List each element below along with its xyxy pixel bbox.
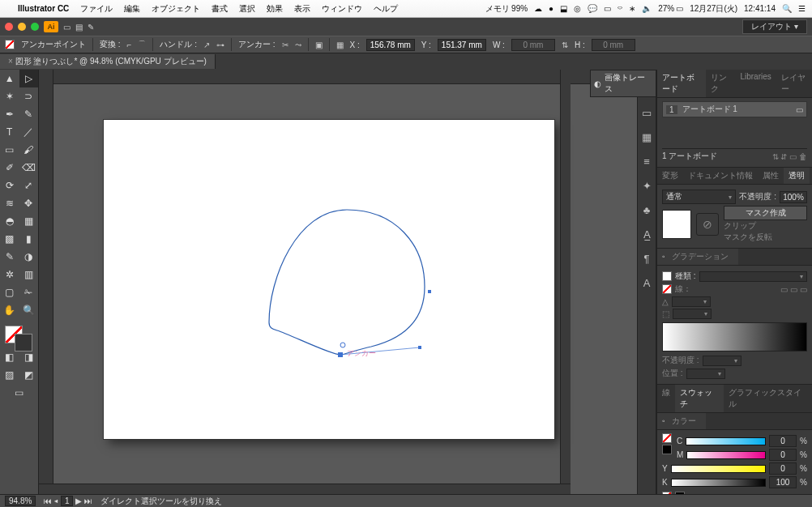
gradient-ramp[interactable] [662, 322, 807, 351]
menubar-time[interactable]: 12:41:14 [744, 4, 776, 13]
magenta-field[interactable]: 0 [769, 449, 797, 461]
canvas-area[interactable]: アンカー [39, 70, 637, 494]
selection-tool[interactable]: ▲ [0, 70, 19, 87]
width-tool[interactable]: ≋ [0, 194, 19, 212]
slice-tool[interactable]: ✁ [19, 283, 39, 301]
panel-icon[interactable]: ♣ [643, 204, 651, 219]
stop-opacity-field[interactable] [703, 356, 741, 366]
dropbox-icon[interactable]: ⬓ [560, 4, 567, 13]
isolate-icon[interactable]: ▣ [315, 40, 323, 49]
menu-type[interactable]: 書式 [212, 3, 228, 15]
tab-libraries[interactable]: Libraries [735, 70, 776, 97]
menu-file[interactable]: ファイル [80, 3, 113, 15]
artboard-options-icon[interactable]: ▭ [796, 105, 803, 114]
shaper-tool[interactable]: ✐ [0, 159, 19, 177]
cyan-slider[interactable] [686, 437, 766, 445]
blend-tool[interactable]: ◑ [19, 248, 39, 266]
type-tool[interactable]: T [0, 123, 19, 141]
h-field[interactable]: 0 mm [592, 39, 635, 51]
artboard-list-row[interactable]: 1 アートボード 1 ▭ [662, 101, 807, 117]
topbar-icon[interactable]: ▭ [63, 23, 71, 32]
fill-stroke-swatch[interactable] [0, 319, 38, 348]
aspect-field[interactable] [673, 309, 712, 319]
convert-corner-icon[interactable]: ⌐ [127, 40, 132, 49]
menu-window[interactable]: ウィンドウ [322, 3, 362, 15]
line-icon[interactable]: 💬 [588, 4, 597, 13]
battery-indicator[interactable]: 27% ▭ [658, 4, 683, 13]
panel-icon[interactable]: ▭ [642, 107, 652, 121]
app-name[interactable]: Illustrator CC [18, 4, 69, 13]
artboard[interactable]: アンカー [104, 120, 554, 439]
shape-builder-tool[interactable]: ◓ [0, 212, 19, 230]
zoom-field[interactable]: 94.8% [5, 496, 36, 506]
stop-position-field[interactable] [686, 369, 725, 379]
menu-edit[interactable]: 編集 [124, 3, 140, 15]
panel-icon[interactable]: A̲ [643, 228, 651, 243]
magenta-slider[interactable] [686, 451, 766, 459]
path-shape[interactable] [266, 209, 444, 371]
search-icon[interactable]: 🔍 [782, 4, 792, 13]
gradient-swatch[interactable] [662, 271, 672, 281]
tab-transparency[interactable]: 透明 [784, 168, 810, 184]
panel-icon[interactable]: ¶ [644, 253, 650, 267]
x-field[interactable]: 156.78 mm [366, 39, 415, 51]
tab-swatches[interactable]: スウォッチ [675, 385, 724, 412]
tab-transform[interactable]: 変形 [657, 168, 683, 184]
menu-object[interactable]: オブジェクト [152, 3, 200, 15]
menu-view[interactable]: 表示 [294, 3, 310, 15]
curvature-tool[interactable]: ✎ [19, 105, 39, 123]
stroke-gradient-icon[interactable]: ▭ ▭ ▭ [780, 285, 807, 294]
panel-icon[interactable]: ▦ [642, 131, 652, 146]
evernote-icon[interactable]: ● [549, 4, 553, 13]
menu-icon[interactable]: ☰ [798, 4, 806, 13]
yellow-slider[interactable] [671, 465, 766, 473]
black-slider[interactable] [671, 479, 766, 487]
link-wh-icon[interactable]: ⇅ [562, 40, 568, 49]
yellow-field[interactable]: 0 [769, 462, 797, 475]
window-close-button[interactable] [5, 23, 13, 31]
draw-mode-icon[interactable]: ◩ [19, 366, 39, 384]
wifi-icon[interactable]: ⌔ [618, 4, 622, 13]
panel-icon[interactable]: ≡ [643, 156, 650, 170]
panel-icon[interactable]: A [643, 277, 651, 292]
gradient-tool[interactable]: ▮ [19, 230, 39, 248]
handle-hide-icon[interactable]: ⊶ [216, 40, 224, 49]
color-fill-swatch[interactable] [662, 433, 672, 443]
mask-link-icon[interactable]: ⊘ [696, 213, 719, 236]
symbol-sprayer-tool[interactable]: ✲ [0, 266, 19, 283]
cyan-field[interactable]: 0 [769, 435, 797, 447]
menu-select[interactable]: 選択 [239, 3, 255, 15]
topbar-icon[interactable]: ▤ [75, 23, 83, 32]
convert-smooth-icon[interactable]: ⌒ [138, 39, 146, 50]
make-mask-button[interactable]: マスク作成 [724, 206, 807, 220]
fill-swatch-none[interactable] [5, 40, 15, 49]
anchor-remove-icon[interactable]: ✂ [282, 40, 288, 49]
rectangle-tool[interactable]: ▭ [0, 141, 19, 159]
tab-stroke[interactable]: 線 [657, 385, 675, 412]
line-tool[interactable]: ／ [19, 123, 39, 141]
black-field[interactable]: 100 [769, 476, 797, 488]
screen-mode-icon[interactable]: ▭ [0, 384, 38, 402]
window-zoom-button[interactable] [31, 23, 39, 31]
image-trace-panel[interactable]: ◐ 画像トレース [590, 70, 656, 97]
gradient-type-select[interactable] [699, 271, 807, 282]
status-icon[interactable]: ☁︎ [534, 4, 542, 13]
hand-tool[interactable]: ✋ [0, 301, 19, 319]
tab-gradient[interactable]: ◦ グラデーション [657, 249, 738, 265]
magic-wand-tool[interactable]: ✶ [0, 87, 19, 105]
menu-effect[interactable]: 効果 [267, 3, 283, 15]
document-tab[interactable]: × 図形 塗りつぶし* @ 94.8% (CMYK/GPU プレビュー) [0, 54, 216, 69]
artboard-nav[interactable]: ⏮ ◀ 1 ▶ ⏭ [44, 496, 92, 505]
panel-footer-icons[interactable]: ⇅ ⇵ ▭ 🗑 [772, 152, 807, 161]
artboard-tool[interactable]: ▢ [0, 283, 19, 301]
menubar-date[interactable]: 12月27日(火) [690, 3, 737, 15]
display-icon[interactable]: ▭ [604, 4, 611, 13]
menu-help[interactable]: ヘルプ [374, 3, 398, 15]
ruler-horizontal[interactable] [53, 70, 637, 84]
scale-tool[interactable]: ⤢ [19, 177, 39, 194]
vertical-scrollbar[interactable] [560, 70, 571, 484]
horizontal-scrollbar[interactable] [39, 484, 571, 494]
panel-icon[interactable]: ✦ [643, 180, 652, 194]
none-mode-icon[interactable]: ▨ [0, 366, 19, 384]
free-transform-tool[interactable]: ✥ [19, 194, 39, 212]
